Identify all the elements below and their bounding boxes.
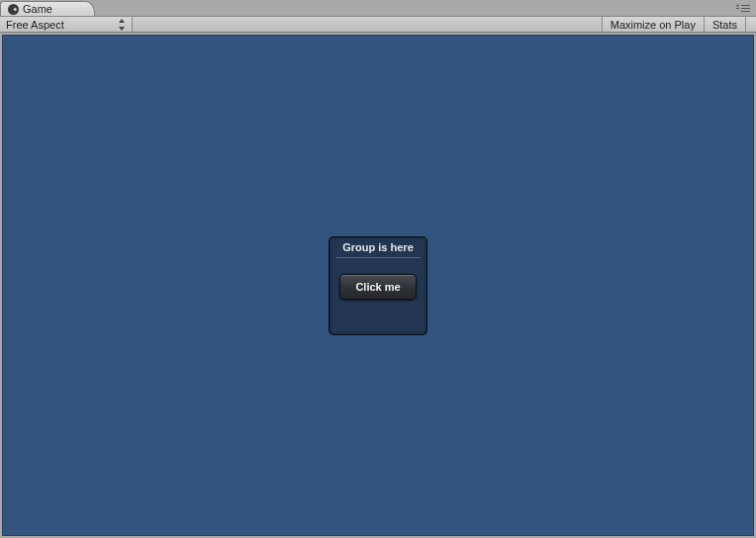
toolbar-spacer bbox=[133, 17, 603, 32]
maximize-label: Maximize on Play bbox=[611, 19, 696, 31]
game-toolbar: Free Aspect Maximize on Play Stats bbox=[0, 16, 756, 33]
svg-rect-0 bbox=[736, 8, 739, 9]
stats-toggle[interactable]: Stats bbox=[705, 17, 746, 32]
click-me-button[interactable]: Click me bbox=[339, 274, 417, 300]
svg-rect-2 bbox=[741, 8, 750, 9]
tab-game[interactable]: Game bbox=[0, 1, 95, 16]
tab-label: Game bbox=[23, 3, 52, 15]
toolbar-cap bbox=[746, 17, 756, 32]
game-window: Game Free Aspect Maximize on Play bbox=[0, 0, 756, 538]
gui-group-box: Group is here Click me bbox=[329, 236, 427, 335]
aspect-ratio-dropdown[interactable]: Free Aspect bbox=[0, 17, 133, 32]
viewport-container: Group is here Click me bbox=[0, 33, 756, 538]
aspect-ratio-value: Free Aspect bbox=[6, 19, 64, 31]
pacman-icon bbox=[7, 3, 19, 15]
stats-label: Stats bbox=[712, 19, 737, 31]
game-viewport[interactable]: Group is here Click me bbox=[2, 35, 754, 536]
panel-options-button[interactable] bbox=[734, 3, 752, 13]
gui-group-separator bbox=[335, 257, 421, 258]
updown-icon bbox=[118, 19, 126, 31]
svg-rect-1 bbox=[741, 5, 750, 6]
tab-bar: Game bbox=[0, 0, 756, 16]
svg-rect-3 bbox=[741, 11, 750, 12]
gui-group-title: Group is here bbox=[330, 241, 426, 253]
maximize-on-play-toggle[interactable]: Maximize on Play bbox=[603, 17, 705, 32]
click-me-label: Click me bbox=[355, 281, 400, 293]
